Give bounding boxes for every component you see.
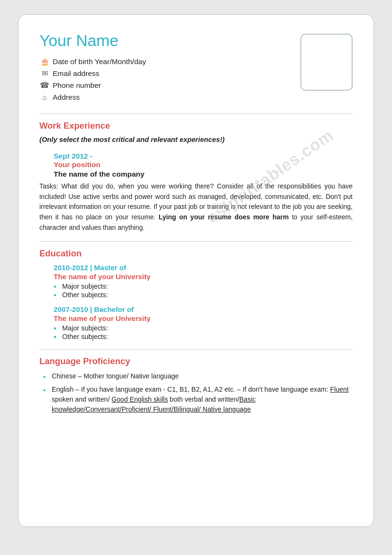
language-title: Language Proficiency xyxy=(39,356,353,367)
edu-entry-2: 2007-2010 | Bachelor of The name of your… xyxy=(54,305,353,340)
cake-icon: 🎂 xyxy=(39,57,50,66)
email-row: ✉ Email address xyxy=(39,69,291,78)
lang-english-intro: English – If you have language exam - C1… xyxy=(52,386,330,393)
header-section: Your Name 🎂 Date of birth Year/Month/day… xyxy=(39,32,353,105)
resume-card: eslprintables.com Your Name 🎂 Date of bi… xyxy=(18,14,374,527)
edu-entry-1: 2010-2012 | Master of The name of your U… xyxy=(54,263,353,299)
edu-subjects-1: Major subjects: Other subjects: xyxy=(54,282,353,299)
home-icon: ⌂ xyxy=(39,93,50,102)
lang-english-verbal: both verbal and written/ xyxy=(168,395,239,403)
education-title: Education xyxy=(39,248,353,259)
work-tasks: Tasks: What did you do, when you were wo… xyxy=(39,181,353,233)
divider-3 xyxy=(39,349,353,349)
work-experience-section: Work Experience (Only select the most cr… xyxy=(39,121,353,233)
divider-1 xyxy=(39,113,353,114)
edu-subjects-2: Major subjects: Other subjects: xyxy=(54,324,353,340)
work-position: Your position xyxy=(54,160,353,169)
work-entry: Sept 2012 - Your position The name of th… xyxy=(39,152,353,233)
language-list: Chinese – Mother tongue/ Native language… xyxy=(43,371,353,414)
phone-icon: ☎ xyxy=(39,81,50,90)
edu-university-1: The name of your University xyxy=(54,273,353,281)
work-date: Sept 2012 - xyxy=(54,152,353,160)
divider-2 xyxy=(39,241,353,242)
dob-row: 🎂 Date of birth Year/Month/day xyxy=(39,57,291,66)
header-left: Your Name 🎂 Date of birth Year/Month/day… xyxy=(39,32,291,105)
photo-box xyxy=(300,34,353,91)
phone-row: ☎ Phone number xyxy=(39,81,291,90)
language-section: Language Proficiency Chinese – Mother to… xyxy=(39,356,353,414)
lang-chinese-text: Chinese – Mother tongue/ Native language xyxy=(52,372,179,380)
lang-item-english: English – If you have language exam - C1… xyxy=(43,385,353,414)
edu-dates-1: 2010-2012 | Master of xyxy=(54,263,353,272)
critical-note: (Only select the most critical and relev… xyxy=(39,136,353,143)
work-date-position: Sept 2012 - Your position xyxy=(54,152,353,169)
lang-english-spoken: spoken and written/ xyxy=(52,395,112,403)
lang-english-good: Good English skills xyxy=(112,395,168,403)
email-label: Email address xyxy=(53,69,99,78)
address-row: ⌂ Address xyxy=(39,93,291,102)
name-title: Your Name xyxy=(39,32,291,50)
edu-subject-2-1: Major subjects: xyxy=(54,324,353,332)
edu-subject-1-2: Other subjects: xyxy=(54,291,353,299)
edu-subject-2-2: Other subjects: xyxy=(54,333,353,340)
address-label: Address xyxy=(53,93,80,102)
work-company: The name of the company xyxy=(54,170,353,179)
phone-label: Phone number xyxy=(53,81,101,90)
edu-dates-2: 2007-2010 | Bachelor of xyxy=(54,305,353,313)
lang-item-chinese: Chinese – Mother tongue/ Native language xyxy=(43,371,353,381)
education-section: Education 2010-2012 | Master of The name… xyxy=(39,248,353,340)
work-experience-title: Work Experience xyxy=(39,121,353,131)
work-tasks-bold: Lying on your resume does more harm xyxy=(159,213,289,221)
edu-subject-1-1: Major subjects: xyxy=(54,282,353,290)
lang-english-fluent: Fluent xyxy=(330,386,349,393)
edu-university-2: The name of your University xyxy=(54,314,353,322)
dob-label: Date of birth Year/Month/day xyxy=(53,57,146,66)
email-icon: ✉ xyxy=(39,69,50,78)
